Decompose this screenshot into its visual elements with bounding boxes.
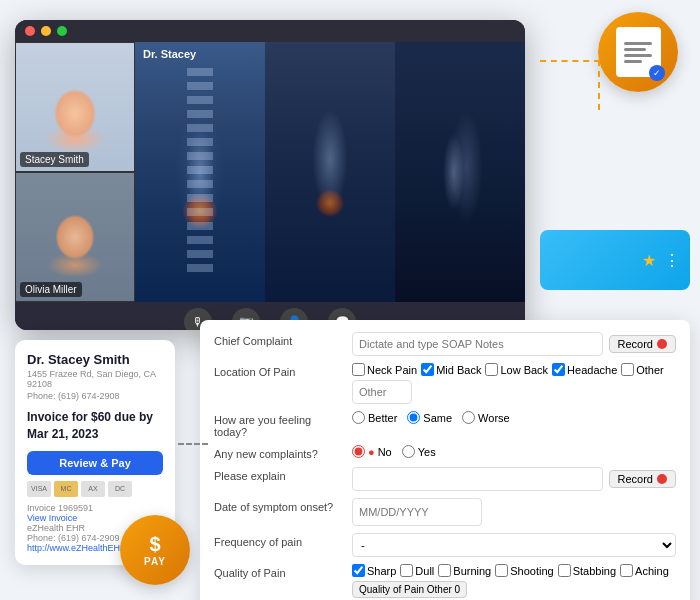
minimize-button[interactable] xyxy=(41,26,51,36)
card-icons: VISA MC AX DC xyxy=(27,481,163,497)
feeling-worse[interactable]: Worse xyxy=(462,411,510,424)
record-button-2[interactable]: Record xyxy=(609,470,676,488)
dashed-line-h xyxy=(540,60,600,62)
location-neck[interactable]: Neck Pain xyxy=(352,363,417,376)
blue-widget[interactable]: ★ ⋮ xyxy=(540,230,690,290)
chief-complaint-input[interactable] xyxy=(352,332,603,356)
review-pay-button[interactable]: Review & Pay xyxy=(27,451,163,475)
invoice-amount: Invoice for $60 due byMar 21, 2023 xyxy=(27,409,163,443)
frequency-select[interactable]: - Daily Weekly Monthly xyxy=(352,533,676,557)
location-lowback[interactable]: Low Back xyxy=(485,363,548,376)
location-pain-label: Location Of Pain xyxy=(214,363,344,378)
participant-stacey[interactable]: Stacey Smith xyxy=(15,42,135,172)
video-main: Dr. Stacey xyxy=(135,42,525,302)
connector-line xyxy=(178,443,208,445)
location-headache[interactable]: Headache xyxy=(552,363,617,376)
explain-label: Please explain xyxy=(214,467,344,482)
check-icon: ✓ xyxy=(649,65,665,81)
invoice-address: 1455 Frazee Rd, San Diego, CA 92108 xyxy=(27,369,163,389)
feeling-better[interactable]: Better xyxy=(352,411,397,424)
close-button[interactable] xyxy=(25,26,35,36)
onset-row: Date of symptom onset? xyxy=(214,498,676,526)
xray-display: Dr. Stacey xyxy=(135,42,525,302)
pay-badge[interactable]: $ PAY xyxy=(120,515,190,585)
new-complaints-field: ● No Yes xyxy=(352,445,676,458)
new-complaints-label: Any new complaints? xyxy=(214,445,344,460)
pay-label: PAY xyxy=(144,556,166,567)
onset-field xyxy=(352,498,676,526)
participant-olivia[interactable]: Olivia Miller xyxy=(15,172,135,302)
frequency-field: - Daily Weekly Monthly xyxy=(352,533,676,557)
record-dot-2 xyxy=(657,474,667,484)
titlebar xyxy=(15,20,525,42)
report-icon: ✓ xyxy=(616,27,661,77)
video-sidebar: Stacey Smith Olivia Miller xyxy=(15,42,135,302)
disc-icon: DC xyxy=(108,481,132,497)
pay-symbol: $ xyxy=(149,533,160,556)
chief-complaint-label: Chief Complaint xyxy=(214,332,344,347)
location-pain-field: Neck Pain Mid Back Low Back Headache Oth… xyxy=(352,363,676,404)
quality-field: Sharp Dull Burning Shooting Stabbing Ach… xyxy=(352,564,676,600)
record-label-1: Record xyxy=(618,338,653,350)
amex-icon: AX xyxy=(81,481,105,497)
visa-icon: VISA xyxy=(27,481,51,497)
video-window: Stacey Smith Olivia Miller Dr. Stacey xyxy=(15,20,525,330)
quality-shooting[interactable]: Shooting xyxy=(495,564,553,577)
new-complaints-row: Any new complaints? ● No Yes xyxy=(214,445,676,460)
dashed-line-v xyxy=(598,60,600,110)
location-pain-row: Location Of Pain Neck Pain Mid Back Low … xyxy=(214,363,676,404)
record-label-2: Record xyxy=(618,473,653,485)
feeling-field: Better Same Worse xyxy=(352,411,676,424)
quality-stabbing[interactable]: Stabbing xyxy=(558,564,616,577)
quality-sharp[interactable]: Sharp xyxy=(352,564,396,577)
invoice-number: Invoice 1969591 xyxy=(27,503,163,513)
view-invoice-link[interactable]: View Invoice xyxy=(27,513,77,523)
quality-label: Quality of Pain xyxy=(214,564,344,579)
quality-dull[interactable]: Dull xyxy=(400,564,434,577)
location-other[interactable]: Other xyxy=(621,363,664,376)
doctor-label: Dr. Stacey xyxy=(143,48,196,60)
participant-olivia-name: Olivia Miller xyxy=(20,282,82,297)
record-dot-1 xyxy=(657,339,667,349)
xray-front: Dr. Stacey xyxy=(135,42,265,302)
invoice-phone: Phone: (619) 674-2908 xyxy=(27,391,163,401)
record-button-1[interactable]: Record xyxy=(609,335,676,353)
complaints-no[interactable]: ● No xyxy=(352,445,392,458)
location-midback[interactable]: Mid Back xyxy=(421,363,481,376)
participant-stacey-name: Stacey Smith xyxy=(20,152,89,167)
quality-burning[interactable]: Burning xyxy=(438,564,491,577)
frequency-row: Frequency of pain - Daily Weekly Monthly xyxy=(214,533,676,557)
xray-middle xyxy=(265,42,395,302)
chief-complaint-field: Record xyxy=(352,332,676,356)
frequency-label: Frequency of pain xyxy=(214,533,344,548)
quality-row: Quality of Pain Sharp Dull Burning Shoot… xyxy=(214,564,676,600)
explain-input[interactable] xyxy=(352,467,603,491)
location-other-input[interactable] xyxy=(352,380,412,404)
onset-label: Date of symptom onset? xyxy=(214,498,344,513)
star-icon: ★ xyxy=(642,251,656,270)
xray-right xyxy=(395,42,525,302)
explain-field: Record xyxy=(352,467,676,491)
maximize-button[interactable] xyxy=(57,26,67,36)
feeling-label: How are you feeling today? xyxy=(214,411,344,438)
soap-form: Chief Complaint Record Location Of Pain … xyxy=(200,320,690,600)
chief-complaint-row: Chief Complaint Record xyxy=(214,332,676,356)
report-badge[interactable]: ✓ xyxy=(598,12,678,92)
video-content: Stacey Smith Olivia Miller Dr. Stacey xyxy=(15,42,525,302)
quality-other-button[interactable]: Quality of Pain Other 0 xyxy=(352,581,467,598)
quality-aching[interactable]: Aching xyxy=(620,564,669,577)
feeling-row: How are you feeling today? Better Same W… xyxy=(214,411,676,438)
onset-date-input[interactable] xyxy=(352,498,482,526)
explain-row: Please explain Record xyxy=(214,467,676,491)
invoice-doctor-name: Dr. Stacey Smith xyxy=(27,352,163,367)
feeling-same[interactable]: Same xyxy=(407,411,452,424)
mc-icon: MC xyxy=(54,481,78,497)
menu-dots-icon[interactable]: ⋮ xyxy=(664,251,680,270)
complaints-yes[interactable]: Yes xyxy=(402,445,436,458)
